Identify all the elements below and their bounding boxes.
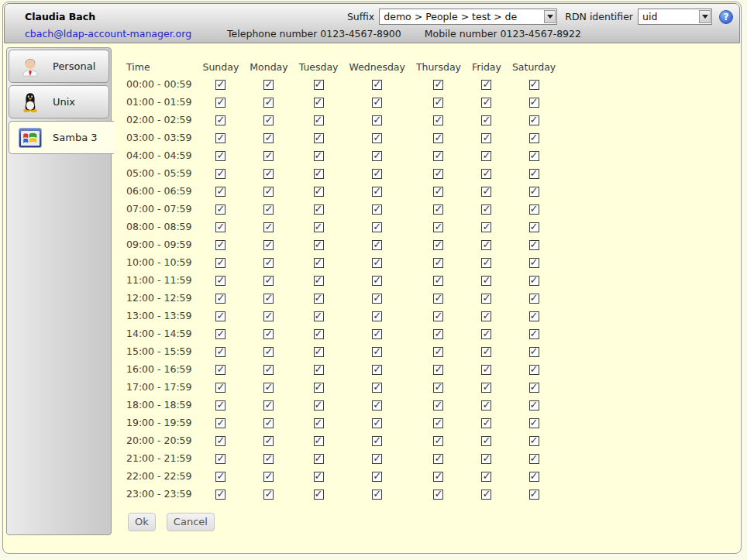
checkbox-saturday-15:00[interactable] (529, 347, 539, 357)
checkbox-thursday-02:00[interactable] (433, 115, 443, 125)
checkbox-tuesday-16:00[interactable] (314, 365, 324, 375)
checkbox-monday-06:00[interactable] (263, 187, 274, 197)
checkbox-sunday-20:00[interactable] (215, 436, 225, 446)
checkbox-friday-04:00[interactable] (481, 151, 491, 161)
checkbox-tuesday-00:00[interactable] (314, 80, 324, 90)
tab-personal[interactable]: Personal (9, 50, 109, 83)
checkbox-wednesday-21:00[interactable] (372, 454, 382, 464)
checkbox-sunday-17:00[interactable] (215, 383, 225, 393)
checkbox-thursday-17:00[interactable] (433, 383, 443, 393)
tab-samba3[interactable]: Samba 3 (9, 121, 114, 154)
checkbox-wednesday-18:00[interactable] (372, 400, 382, 411)
checkbox-sunday-02:00[interactable] (215, 115, 225, 125)
checkbox-monday-04:00[interactable] (263, 151, 274, 161)
checkbox-sunday-15:00[interactable] (215, 347, 225, 357)
checkbox-friday-03:00[interactable] (481, 133, 491, 143)
checkbox-monday-13:00[interactable] (263, 311, 274, 321)
checkbox-thursday-18:00[interactable] (433, 400, 443, 411)
checkbox-friday-17:00[interactable] (481, 383, 491, 393)
checkbox-monday-02:00[interactable] (263, 115, 274, 125)
checkbox-saturday-00:00[interactable] (529, 80, 539, 90)
tab-unix[interactable]: Unix (9, 85, 109, 119)
checkbox-monday-17:00[interactable] (263, 383, 274, 393)
checkbox-monday-09:00[interactable] (263, 240, 274, 250)
checkbox-tuesday-06:00[interactable] (314, 187, 324, 197)
checkbox-wednesday-05:00[interactable] (372, 169, 382, 179)
checkbox-thursday-14:00[interactable] (433, 329, 443, 339)
checkbox-monday-10:00[interactable] (263, 258, 274, 268)
checkbox-friday-06:00[interactable] (481, 187, 491, 197)
checkbox-thursday-00:00[interactable] (433, 80, 443, 90)
checkbox-friday-19:00[interactable] (481, 418, 491, 428)
checkbox-monday-14:00[interactable] (263, 329, 274, 339)
checkbox-wednesday-22:00[interactable] (372, 472, 382, 482)
checkbox-wednesday-17:00[interactable] (372, 383, 382, 393)
checkbox-monday-23:00[interactable] (263, 490, 274, 500)
checkbox-thursday-04:00[interactable] (433, 151, 443, 161)
checkbox-friday-02:00[interactable] (481, 115, 491, 125)
checkbox-monday-03:00[interactable] (263, 133, 274, 143)
checkbox-tuesday-12:00[interactable] (314, 294, 324, 304)
checkbox-sunday-19:00[interactable] (215, 418, 225, 428)
checkbox-sunday-22:00[interactable] (215, 472, 225, 482)
checkbox-saturday-06:00[interactable] (529, 187, 539, 197)
checkbox-sunday-12:00[interactable] (215, 294, 225, 304)
checkbox-saturday-07:00[interactable] (529, 204, 539, 215)
checkbox-tuesday-23:00[interactable] (314, 490, 324, 500)
checkbox-thursday-20:00[interactable] (433, 436, 443, 446)
checkbox-monday-12:00[interactable] (263, 294, 274, 304)
checkbox-wednesday-10:00[interactable] (372, 258, 382, 268)
checkbox-saturday-10:00[interactable] (529, 258, 539, 268)
checkbox-tuesday-11:00[interactable] (314, 276, 324, 286)
checkbox-tuesday-21:00[interactable] (314, 454, 324, 464)
checkbox-monday-11:00[interactable] (263, 276, 274, 286)
checkbox-friday-01:00[interactable] (481, 98, 491, 108)
checkbox-wednesday-13:00[interactable] (372, 311, 382, 321)
checkbox-sunday-11:00[interactable] (215, 276, 225, 286)
checkbox-sunday-13:00[interactable] (215, 311, 225, 321)
checkbox-saturday-11:00[interactable] (529, 276, 539, 286)
checkbox-tuesday-17:00[interactable] (314, 383, 324, 393)
checkbox-tuesday-22:00[interactable] (314, 472, 324, 482)
checkbox-monday-18:00[interactable] (263, 400, 274, 411)
checkbox-tuesday-02:00[interactable] (314, 115, 324, 125)
checkbox-sunday-06:00[interactable] (215, 187, 225, 197)
checkbox-wednesday-11:00[interactable] (372, 276, 382, 286)
email-link[interactable]: cbach@ldap-account-manager.org (25, 28, 191, 40)
checkbox-tuesday-14:00[interactable] (314, 329, 324, 339)
checkbox-monday-22:00[interactable] (263, 472, 274, 482)
checkbox-monday-01:00[interactable] (263, 98, 274, 108)
checkbox-friday-13:00[interactable] (481, 311, 491, 321)
checkbox-tuesday-13:00[interactable] (314, 311, 324, 321)
checkbox-sunday-10:00[interactable] (215, 258, 225, 268)
checkbox-thursday-16:00[interactable] (433, 365, 443, 375)
checkbox-friday-23:00[interactable] (481, 490, 491, 500)
checkbox-sunday-08:00[interactable] (215, 222, 225, 232)
checkbox-tuesday-01:00[interactable] (314, 98, 324, 108)
checkbox-saturday-02:00[interactable] (529, 115, 539, 125)
checkbox-sunday-03:00[interactable] (215, 133, 225, 143)
checkbox-tuesday-10:00[interactable] (314, 258, 324, 268)
checkbox-wednesday-06:00[interactable] (372, 187, 382, 197)
checkbox-saturday-01:00[interactable] (529, 98, 539, 108)
checkbox-sunday-00:00[interactable] (215, 80, 225, 90)
checkbox-saturday-05:00[interactable] (529, 169, 539, 179)
checkbox-tuesday-03:00[interactable] (314, 133, 324, 143)
checkbox-saturday-12:00[interactable] (529, 294, 539, 304)
checkbox-friday-09:00[interactable] (481, 240, 491, 250)
checkbox-thursday-12:00[interactable] (433, 294, 443, 304)
checkbox-thursday-06:00[interactable] (433, 187, 443, 197)
checkbox-friday-07:00[interactable] (481, 204, 491, 215)
checkbox-monday-15:00[interactable] (263, 347, 274, 357)
checkbox-monday-07:00[interactable] (263, 204, 274, 215)
checkbox-wednesday-04:00[interactable] (372, 151, 382, 161)
checkbox-monday-05:00[interactable] (263, 169, 274, 179)
checkbox-saturday-04:00[interactable] (529, 151, 539, 161)
checkbox-monday-00:00[interactable] (263, 80, 274, 90)
checkbox-tuesday-18:00[interactable] (314, 400, 324, 411)
checkbox-wednesday-23:00[interactable] (372, 490, 382, 500)
checkbox-wednesday-19:00[interactable] (372, 418, 382, 428)
checkbox-wednesday-08:00[interactable] (372, 222, 382, 232)
checkbox-friday-05:00[interactable] (481, 169, 491, 179)
help-icon[interactable]: ? (719, 10, 733, 24)
